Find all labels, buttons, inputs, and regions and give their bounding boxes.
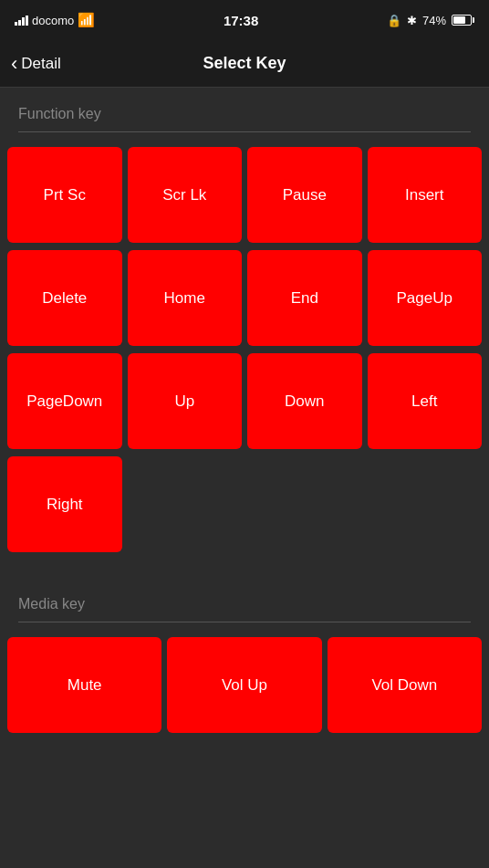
function-key-row-3: PageDown Up Down Left: [0, 353, 489, 456]
key-home[interactable]: Home: [128, 250, 243, 346]
back-button[interactable]: ‹ Detail: [11, 54, 61, 74]
key-end[interactable]: End: [247, 250, 362, 346]
key-scr-lk[interactable]: Scr Lk: [128, 147, 243, 243]
key-left[interactable]: Left: [368, 353, 483, 449]
back-label: Detail: [21, 55, 60, 73]
media-key-section: Media key Mute Vol Up Vol Down: [0, 578, 489, 740]
key-page-down[interactable]: PageDown: [7, 353, 122, 449]
key-insert[interactable]: Insert: [368, 147, 483, 243]
battery-icon: [452, 15, 474, 26]
key-right[interactable]: Right: [7, 456, 122, 552]
lock-icon: 🔒: [387, 14, 401, 27]
function-key-label: Function key: [0, 88, 489, 131]
page-title: Select Key: [203, 54, 286, 73]
key-down[interactable]: Down: [247, 353, 362, 449]
function-key-row-1: Prt Sc Scr Lk Pause Insert: [0, 147, 489, 250]
carrier-label: docomo: [32, 14, 74, 27]
back-chevron-icon: ‹: [11, 54, 17, 74]
wifi-icon: 📶: [78, 12, 95, 28]
function-key-divider: [18, 131, 471, 132]
key-vol-down[interactable]: Vol Down: [328, 637, 482, 733]
nav-bar: ‹ Detail Select Key: [0, 40, 489, 88]
key-mute[interactable]: Mute: [7, 637, 161, 733]
key-up[interactable]: Up: [128, 353, 243, 449]
signal-icon: [15, 16, 28, 26]
status-time: 17:38: [224, 13, 258, 28]
function-key-section: Function key Prt Sc Scr Lk Pause Insert …: [0, 88, 489, 559]
status-right: 🔒 ✱ 74%: [387, 14, 474, 27]
key-page-up[interactable]: PageUp: [368, 250, 483, 346]
key-prt-sc[interactable]: Prt Sc: [7, 147, 122, 243]
key-pause[interactable]: Pause: [247, 147, 362, 243]
media-key-label: Media key: [0, 578, 489, 622]
status-bar: docomo 📶 17:38 🔒 ✱ 74%: [0, 0, 489, 40]
key-delete[interactable]: Delete: [7, 250, 122, 346]
function-key-row-2: Delete Home End PageUp: [0, 250, 489, 353]
media-key-divider: [18, 622, 471, 622]
status-left: docomo 📶: [15, 12, 95, 28]
media-key-row-1: Mute Vol Up Vol Down: [0, 637, 489, 740]
battery-percent: 74%: [422, 14, 446, 27]
key-vol-up[interactable]: Vol Up: [167, 637, 321, 733]
bluetooth-icon: ✱: [407, 14, 417, 27]
function-key-row-4: Right: [0, 456, 489, 559]
